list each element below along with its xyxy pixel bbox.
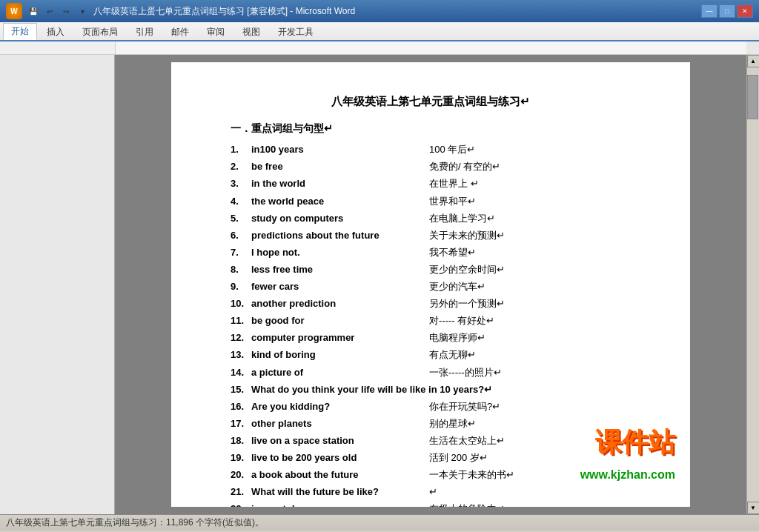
tab-insert[interactable]: 插入: [39, 24, 73, 40]
window-controls: — □ ✕: [701, 4, 753, 18]
title-bar: W 💾 ↩ ↪ ▾ 八年级英语上蛋七单元重点词组与练习 [兼容模式] - Mic…: [0, 0, 759, 22]
ribbon: 开始 插入 页面布局 引用 邮件 审阅 视图 开发工具: [0, 22, 759, 41]
vocab-zh-4: 世界和平↵: [429, 193, 476, 210]
vocab-item-7: 7.I hope not.我不希望↵: [231, 245, 631, 261]
vocab-num-10: 10.: [231, 296, 251, 312]
vocab-item-8: 8.less free time更少的空余时间↵: [231, 262, 631, 278]
vocab-item-17: 17.other planets别的星球↵: [231, 416, 631, 432]
vocab-zh-1: 100 年后↵: [429, 142, 475, 158]
vocab-en-9: fewer cars: [251, 279, 429, 295]
vocab-item-19: 19.live to be 200 years old活到 200 岁↵: [231, 450, 631, 466]
vocab-item-20: 20.a book about the future一本关于未来的书↵: [231, 467, 631, 483]
vocab-num-14: 14.: [231, 365, 251, 381]
vocab-zh-19: 活到 200 岁↵: [429, 450, 488, 466]
scroll-up-button[interactable]: ▲: [747, 55, 760, 67]
vocab-en-7: I hope not.: [251, 245, 429, 261]
vocab-item-11: 11.be good for对----- 有好处↵: [231, 313, 631, 329]
vocab-num-22: 22.: [231, 501, 251, 507]
tab-view[interactable]: 视图: [234, 24, 268, 40]
vocab-zh-21: ↵: [429, 484, 437, 500]
section-title: 一．重点词组与句型↵: [231, 120, 631, 138]
vocab-zh-12: 电脑程序师↵: [429, 330, 485, 346]
minimize-button[interactable]: —: [701, 4, 717, 18]
tab-developer[interactable]: 开发工具: [270, 24, 322, 40]
vocab-zh-22: 在极大的危险中↵: [429, 501, 505, 507]
vocab-zh-6: 关于未来的预测↵: [429, 227, 505, 244]
vocab-num-4: 4.: [231, 193, 251, 210]
tab-mail[interactable]: 邮件: [163, 24, 197, 40]
tab-home[interactable]: 开始: [3, 23, 37, 40]
vocab-num-18: 18.: [231, 433, 251, 449]
vocab-en-18: live on a space station: [251, 433, 429, 449]
vocab-item-12: 12.computer programmer电脑程序师↵: [231, 330, 631, 346]
vocab-item-22: 22.in great danger在极大的危险中↵: [231, 501, 631, 507]
tab-review[interactable]: 审阅: [199, 24, 233, 40]
vocab-item-2: 2.be free免费的/ 有空的↵: [231, 159, 631, 175]
vocab-num-19: 19.: [231, 450, 251, 466]
logo-text: W: [10, 7, 17, 16]
scroll-thumb[interactable]: [747, 75, 758, 119]
vocab-zh-20: 一本关于未来的书↵: [429, 467, 514, 483]
vocab-en-21: What will the future be like?: [251, 484, 429, 500]
vocab-en-16: Are you kidding?: [251, 399, 429, 415]
vocab-en-3: in the world: [251, 176, 429, 192]
ruler: [0, 41, 759, 55]
scroll-track[interactable]: [747, 67, 759, 502]
ribbon-tabs: 开始 插入 页面布局 引用 邮件 审阅 视图 开发工具: [0, 22, 759, 40]
title-bar-left: W 💾 ↩ ↪ ▾ 八年级英语上蛋七单元重点词组与练习 [兼容模式] - Mic…: [6, 3, 355, 19]
vocab-item-6: 6.predictions about the future关于未来的预测↵: [231, 227, 631, 244]
maximize-button[interactable]: □: [719, 4, 735, 18]
scroll-down-button[interactable]: ▼: [747, 502, 760, 514]
vocab-item-18: 18.live on a space station生活在太空站上↵: [231, 433, 631, 449]
vocab-num-6: 6.: [231, 227, 251, 244]
vertical-scrollbar[interactable]: ▲ ▼: [746, 55, 759, 514]
vocab-en-20: a book about the future: [251, 467, 429, 483]
word-logo: W: [6, 3, 22, 19]
vocab-zh-9: 更少的汽车↵: [429, 279, 485, 295]
vocab-zh-5: 在电脑上学习↵: [429, 210, 495, 227]
tab-layout[interactable]: 页面布局: [74, 24, 126, 40]
vocab-en-17: other planets: [251, 416, 429, 432]
vocab-en-22: in great danger: [251, 501, 429, 507]
customize-button[interactable]: ▾: [76, 4, 89, 18]
vocab-item-1: 1.in100 years100 年后↵: [231, 142, 631, 158]
vocab-item-10: 10.another prediction另外的一个预测↵: [231, 296, 631, 312]
vocab-en-12: computer programmer: [251, 330, 429, 346]
vocab-num-13: 13.: [231, 347, 251, 363]
vocab-item-5: 5.study on computers在电脑上学习↵: [231, 210, 631, 227]
quick-access-toolbar: 💾 ↩ ↪ ▾: [27, 4, 89, 18]
vocab-zh-13: 有点无聊↵: [429, 347, 476, 363]
vocab-en-4: the world peace: [251, 193, 429, 210]
save-button[interactable]: 💾: [27, 4, 40, 18]
ruler-inner: [115, 41, 759, 54]
vocab-num-9: 9.: [231, 279, 251, 295]
vocab-num-5: 5.: [231, 210, 251, 227]
vocab-num-11: 11.: [231, 313, 251, 329]
vocab-en-15: What do you think your life will be like…: [251, 382, 492, 398]
vocab-en-5: study on computers: [251, 210, 429, 227]
vocab-item-13: 13.kind of boring 有点无聊↵: [231, 347, 631, 363]
close-button[interactable]: ✕: [737, 4, 753, 18]
vocab-item-3: 3.in the world在世界上 ↵: [231, 176, 631, 192]
vocab-zh-8: 更少的空余时间↵: [429, 262, 505, 278]
vocab-en-13: kind of boring: [251, 347, 429, 363]
vocab-en-14: a picture of: [251, 365, 429, 381]
vocab-item-14: 14.a picture of一张-----的照片↵: [231, 365, 631, 381]
title-text: 八年级英语上蛋七单元重点词组与练习 [兼容模式] - Microsoft Wor…: [93, 5, 355, 18]
vocab-en-6: predictions about the future: [251, 227, 429, 244]
left-panel: [0, 55, 115, 514]
vocab-num-20: 20.: [231, 467, 251, 483]
undo-button[interactable]: ↩: [43, 4, 56, 18]
redo-button[interactable]: ↪: [59, 4, 73, 18]
document-area[interactable]: 八年级英语上第七单元重点词组与练习↵ 一．重点词组与句型↵ 1.in100 ye…: [115, 55, 746, 514]
word-area: 八年级英语上第七单元重点词组与练习↵ 一．重点词组与句型↵ 1.in100 ye…: [0, 55, 759, 514]
vocab-num-2: 2.: [231, 159, 251, 175]
vocab-num-15: 15.: [231, 382, 251, 398]
vocab-item-15: 15.What do you think your life will be l…: [231, 382, 631, 398]
vocab-num-17: 17.: [231, 416, 251, 432]
tab-reference[interactable]: 引用: [127, 24, 162, 40]
vocab-zh-11: 对----- 有好处↵: [429, 313, 494, 329]
vocab-zh-14: 一张-----的照片↵: [429, 365, 502, 381]
vocab-num-8: 8.: [231, 262, 251, 278]
vocab-num-12: 12.: [231, 330, 251, 346]
